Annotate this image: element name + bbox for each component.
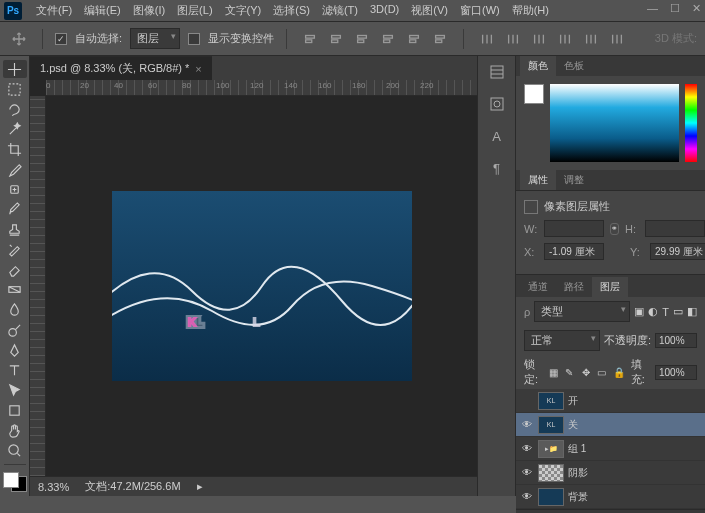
zoom-tool[interactable]: [3, 441, 27, 459]
history-panel-icon[interactable]: [485, 62, 509, 82]
align-bottom-icon[interactable]: [429, 28, 451, 50]
lock-transparency-icon[interactable]: ▦: [548, 365, 558, 379]
layer-thumbnail[interactable]: KL: [538, 416, 564, 434]
visibility-icon[interactable]: 👁: [520, 467, 534, 478]
layer-thumbnail[interactable]: [538, 488, 564, 506]
tab-swatches[interactable]: 色板: [556, 56, 592, 76]
lock-pixels-icon[interactable]: ✎: [564, 365, 574, 379]
align-center-v-icon[interactable]: [403, 28, 425, 50]
layer-row[interactable]: KL开: [516, 389, 705, 413]
height-input[interactable]: [645, 220, 705, 237]
dist-bottom-icon[interactable]: [606, 28, 628, 50]
fg-color-box[interactable]: [524, 84, 544, 104]
brush-tool[interactable]: [3, 201, 27, 219]
close-icon[interactable]: ✕: [692, 2, 701, 15]
stamp-tool[interactable]: [3, 221, 27, 239]
menu-S[interactable]: 选择(S): [267, 1, 316, 20]
document-tab[interactable]: 1.psd @ 8.33% (关, RGB/8#) * ×: [30, 56, 212, 80]
character-panel-icon[interactable]: [485, 94, 509, 114]
blur-tool[interactable]: [3, 301, 27, 319]
canvas[interactable]: KL KL K L: [112, 191, 412, 381]
layer-name[interactable]: 组 1: [568, 442, 701, 456]
align-center-h-icon[interactable]: [325, 28, 347, 50]
visibility-icon[interactable]: 👁: [520, 443, 534, 454]
x-input[interactable]: [544, 243, 604, 260]
filter-shape-icon[interactable]: ▭: [673, 305, 683, 318]
tab-layers[interactable]: 图层: [592, 277, 628, 297]
layer-row[interactable]: 👁▸📁组 1: [516, 437, 705, 461]
auto-select-dropdown[interactable]: 图层: [130, 28, 180, 49]
layer-kind-dropdown[interactable]: 类型: [534, 301, 630, 322]
layer-name[interactable]: 阴影: [568, 466, 701, 480]
type-tool[interactable]: [3, 361, 27, 379]
layer-row[interactable]: 👁KL关: [516, 413, 705, 437]
tab-adjustments[interactable]: 调整: [556, 170, 592, 190]
paragraph-panel-icon[interactable]: A: [485, 126, 509, 146]
menu-DD[interactable]: 3D(D): [364, 1, 405, 20]
menu-T[interactable]: 滤镜(T): [316, 1, 364, 20]
hue-slider[interactable]: [685, 84, 697, 162]
eyedropper-tool[interactable]: [3, 160, 27, 178]
paragraph2-panel-icon[interactable]: ¶: [485, 158, 509, 178]
menu-F[interactable]: 文件(F): [30, 1, 78, 20]
link-wh-icon[interactable]: ⚭: [610, 223, 619, 235]
tab-close-icon[interactable]: ×: [195, 63, 201, 75]
filter-type-icon[interactable]: T: [662, 306, 669, 318]
y-input[interactable]: [650, 243, 705, 260]
layer-name[interactable]: 关: [568, 418, 701, 432]
gradient-tool[interactable]: [3, 281, 27, 299]
wand-tool[interactable]: [3, 120, 27, 138]
status-arrow-icon[interactable]: ▸: [197, 480, 203, 493]
blend-mode-dropdown[interactable]: 正常: [524, 330, 600, 351]
layer-name[interactable]: 开: [568, 394, 701, 408]
move-tool-icon[interactable]: [8, 28, 30, 50]
eraser-tool[interactable]: [3, 261, 27, 279]
dodge-tool[interactable]: [3, 321, 27, 339]
hand-tool[interactable]: [3, 421, 27, 439]
width-input[interactable]: [544, 220, 604, 237]
color-swatches[interactable]: [3, 472, 27, 492]
menu-L[interactable]: 图层(L): [171, 1, 218, 20]
menu-H[interactable]: 帮助(H): [506, 1, 555, 20]
dist-right-icon[interactable]: [528, 28, 550, 50]
fill-input[interactable]: [655, 365, 697, 380]
layer-thumbnail[interactable]: ▸📁: [538, 440, 564, 458]
opacity-input[interactable]: [655, 333, 697, 348]
layer-row[interactable]: 👁背景: [516, 485, 705, 509]
crop-tool[interactable]: [3, 140, 27, 158]
minimize-icon[interactable]: —: [647, 2, 658, 15]
visibility-icon[interactable]: 👁: [520, 491, 534, 502]
layer-row[interactable]: 👁阴影: [516, 461, 705, 485]
show-transform-checkbox[interactable]: [188, 33, 200, 45]
menu-I[interactable]: 图像(I): [127, 1, 171, 20]
align-left-icon[interactable]: [299, 28, 321, 50]
layer-name[interactable]: 背景: [568, 490, 701, 504]
align-right-icon[interactable]: [351, 28, 373, 50]
lasso-tool[interactable]: [3, 100, 27, 118]
zoom-level[interactable]: 8.33%: [38, 481, 69, 493]
filter-adjust-icon[interactable]: ◐: [648, 305, 658, 318]
menu-Y[interactable]: 文字(Y): [219, 1, 268, 20]
tab-channels[interactable]: 通道: [520, 277, 556, 297]
dist-top-icon[interactable]: [554, 28, 576, 50]
filter-pixel-icon[interactable]: ▣: [634, 305, 644, 318]
menu-V[interactable]: 视图(V): [405, 1, 454, 20]
move-tool[interactable]: [3, 60, 27, 78]
layer-thumbnail[interactable]: [538, 464, 564, 482]
visibility-icon[interactable]: 👁: [520, 419, 534, 430]
layer-thumbnail[interactable]: KL: [538, 392, 564, 410]
foreground-color[interactable]: [3, 472, 19, 488]
tab-properties[interactable]: 属性: [520, 170, 556, 190]
maximize-icon[interactable]: ☐: [670, 2, 680, 15]
auto-select-checkbox[interactable]: [55, 33, 67, 45]
lock-position-icon[interactable]: ✥: [581, 365, 591, 379]
lock-all-icon[interactable]: 🔒: [613, 365, 625, 379]
menu-E[interactable]: 编辑(E): [78, 1, 127, 20]
shape-tool[interactable]: [3, 401, 27, 419]
filter-smart-icon[interactable]: ◧: [687, 305, 697, 318]
history-brush-tool[interactable]: [3, 241, 27, 259]
heal-tool[interactable]: [3, 180, 27, 198]
dist-center-v-icon[interactable]: [580, 28, 602, 50]
marquee-tool[interactable]: [3, 80, 27, 98]
align-top-icon[interactable]: [377, 28, 399, 50]
